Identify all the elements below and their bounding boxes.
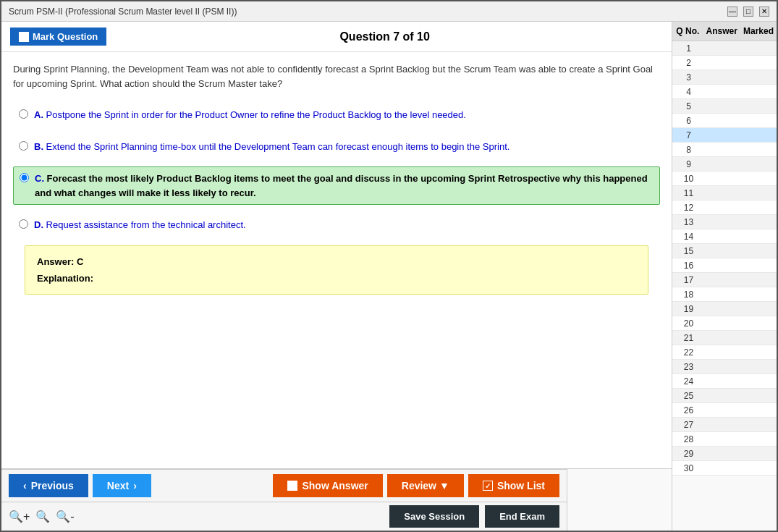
list-item[interactable]: 22 [672, 345, 777, 360]
radio-a[interactable] [19, 109, 28, 119]
q-number: 21 [672, 332, 705, 345]
next-button[interactable]: Next › [93, 474, 151, 497]
list-item[interactable]: 18 [672, 287, 777, 302]
next-arrow-icon: › [133, 480, 137, 491]
q-number: 2 [672, 56, 705, 69]
question-list[interactable]: 1 2 3 4 5 6 7 8 [672, 41, 777, 531]
bottom-combined: ‹ Previous Next › Show Answer Review [1, 468, 672, 531]
show-answer-label: Show Answer [302, 480, 368, 491]
list-item[interactable]: 26 [672, 403, 777, 418]
option-a[interactable]: A. Postpone the Sprint in order for the … [13, 104, 660, 127]
zoom-out-button[interactable]: 🔍- [56, 510, 74, 523]
review-button[interactable]: Review ▼ [387, 474, 464, 497]
list-item[interactable]: 10 [672, 172, 777, 186]
option-c-text: C. Forecast the most likely Product Back… [35, 172, 654, 200]
q-number: 3 [672, 71, 705, 84]
q-number: 19 [672, 303, 705, 316]
q-number: 12 [672, 201, 705, 214]
option-b-text: B. Extend the Sprint Planning time-box u… [34, 140, 509, 154]
list-item[interactable]: 23 [672, 360, 777, 374]
q-number: 28 [672, 433, 705, 446]
save-session-button[interactable]: Save Session [389, 505, 479, 528]
zoom-normal-button[interactable]: 🔍 [35, 510, 50, 523]
zoom-in-button[interactable]: 🔍+ [9, 510, 30, 523]
show-answer-icon [287, 481, 297, 491]
previous-label: Previous [31, 480, 74, 491]
q-number: 13 [672, 216, 705, 229]
q-number: 16 [672, 259, 705, 272]
maximize-button[interactable]: □ [743, 7, 753, 17]
q-number: 8 [672, 143, 705, 156]
previous-button[interactable]: ‹ Previous [9, 474, 88, 497]
list-item[interactable]: 17 [672, 273, 777, 287]
show-answer-button[interactable]: Show Answer [273, 474, 382, 497]
list-item[interactable]: 25 [672, 389, 777, 403]
mark-button-label: Mark Question [33, 31, 98, 42]
radio-d[interactable] [19, 219, 28, 229]
list-item[interactable]: 5 [672, 99, 777, 114]
list-item[interactable]: 28 [672, 432, 777, 447]
q-number: 1 [672, 42, 705, 55]
option-a-text: A. Postpone the Sprint in order for the … [34, 108, 466, 122]
list-item[interactable]: 20 [672, 316, 777, 331]
app-window: Scrum PSM-II (Professional Scrum Master … [0, 0, 778, 532]
question-text: During Sprint Planning, the Development … [13, 62, 660, 90]
show-list-icon: ✓ [483, 481, 493, 491]
list-item[interactable]: 15 [672, 244, 777, 258]
mark-question-button[interactable]: Mark Question [10, 28, 106, 46]
q-number: 6 [672, 114, 705, 127]
col-answer: Answer [703, 25, 740, 38]
list-item[interactable]: 16 [672, 258, 777, 273]
list-item[interactable]: 8 [672, 143, 777, 157]
list-item[interactable]: 30 [672, 461, 777, 476]
list-item[interactable]: 3 [672, 70, 777, 85]
list-item[interactable]: 24 [672, 374, 777, 389]
q-number: 11 [672, 187, 705, 200]
question-body: During Sprint Planning, the Development … [1, 52, 672, 468]
option-b[interactable]: B. Extend the Sprint Planning time-box u… [13, 135, 660, 159]
q-number: 26 [672, 404, 705, 417]
content-area: Mark Question Question 7 of 10 During Sp… [1, 22, 777, 531]
col-qno: Q No. [672, 25, 703, 38]
answer-box: Answer: C Explanation: [25, 245, 648, 295]
q-number: 17 [672, 274, 705, 287]
radio-b[interactable] [19, 141, 28, 151]
show-list-button[interactable]: ✓ Show List [468, 474, 559, 497]
q-number: 10 [672, 172, 705, 185]
list-item[interactable]: 9 [672, 157, 777, 172]
q-number: 27 [672, 418, 705, 431]
list-item[interactable]: 13 [672, 215, 777, 229]
radio-c[interactable] [20, 173, 29, 182]
list-item[interactable]: 6 [672, 114, 777, 128]
list-item[interactable]: 27 [672, 418, 777, 432]
option-d[interactable]: D. Request assistance from the technical… [13, 214, 660, 237]
list-item[interactable]: 21 [672, 331, 777, 345]
col-marked: Marked [740, 25, 777, 38]
list-item[interactable]: 7 [672, 128, 777, 143]
list-item[interactable]: 1 [672, 41, 777, 56]
list-item[interactable]: 14 [672, 229, 777, 244]
minimize-button[interactable]: — [727, 7, 737, 17]
end-exam-button[interactable]: End Exam [485, 505, 559, 528]
next-label: Next [107, 480, 129, 491]
explanation-label: Explanation: [37, 273, 636, 284]
list-item[interactable]: 12 [672, 200, 777, 215]
bottom-nav: ‹ Previous Next › Show Answer Review [1, 469, 567, 502]
option-c[interactable]: C. Forecast the most likely Product Back… [13, 166, 660, 205]
list-item[interactable]: 4 [672, 85, 777, 99]
option-d-text: D. Request assistance from the technical… [34, 218, 246, 232]
mark-checkbox-icon [19, 32, 29, 42]
list-item[interactable]: 19 [672, 302, 777, 316]
list-item[interactable]: 2 [672, 56, 777, 70]
top-bar: Mark Question Question 7 of 10 [1, 22, 672, 52]
list-item[interactable]: 11 [672, 186, 777, 200]
close-button[interactable]: ✕ [759, 7, 769, 17]
window-controls: — □ ✕ [727, 7, 769, 17]
q-number: 7 [672, 129, 705, 142]
q-number: 23 [672, 360, 705, 373]
list-item[interactable]: 29 [672, 447, 777, 461]
answer-line: Answer: C [37, 256, 636, 267]
review-label: Review [402, 480, 436, 491]
review-arrow-icon: ▼ [439, 480, 449, 491]
q-number: 30 [672, 462, 705, 475]
